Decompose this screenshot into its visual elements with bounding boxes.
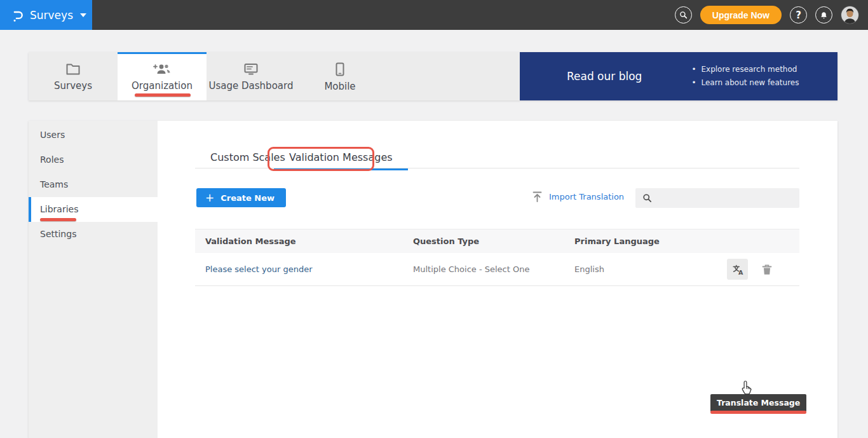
promo-bullet-list: Explore research method Learn about new … <box>691 63 799 90</box>
promo-bullet: Learn about new features <box>691 76 799 90</box>
blog-promo-banner[interactable]: Read our blog Explore research method Le… <box>520 52 837 100</box>
folder-icon <box>65 63 81 76</box>
table-row: Please select your gender Multiple Choic… <box>195 253 799 286</box>
sidebar-item-label: Users <box>40 130 65 140</box>
delete-button[interactable] <box>756 259 777 280</box>
settings-sidebar: Users Roles Teams Libraries Settings <box>29 121 158 438</box>
main-panel: Users Roles Teams Libraries Settings Cus… <box>29 121 837 438</box>
sidebar-item-label: Settings <box>40 229 76 239</box>
chevron-down-icon <box>80 13 86 17</box>
sidebar-item-users[interactable]: Users <box>29 123 158 147</box>
translate-message-tooltip: Translate Message <box>710 394 806 412</box>
nav-tab-label: Organization <box>132 80 193 92</box>
nav-tab-surveys[interactable]: Surveys <box>29 52 118 100</box>
tab-validation-messages[interactable]: Validation Messages <box>274 151 408 170</box>
create-new-button[interactable]: + Create New <box>196 188 286 207</box>
validation-message-link[interactable]: Please select your gender <box>195 264 413 274</box>
nav-tab-label: Surveys <box>54 80 92 92</box>
mobile-icon <box>335 62 345 76</box>
module-nav-bar: Surveys Organization Usage Dashboard Mob… <box>29 52 837 100</box>
import-translation-link[interactable]: Import Translation <box>532 191 624 202</box>
nav-tab-usage-dashboard[interactable]: Usage Dashboard <box>207 52 295 100</box>
column-header-question-type: Question Type <box>413 236 574 246</box>
question-type-cell: Multiple Choice - Select One <box>413 264 574 274</box>
sidebar-item-teams[interactable]: Teams <box>29 172 158 197</box>
product-menu-label: Surveys <box>30 9 73 22</box>
upgrade-now-button[interactable]: Upgrade Now <box>700 6 782 24</box>
hand-pointer-cursor <box>740 380 753 395</box>
sidebar-item-roles[interactable]: Roles <box>29 147 158 172</box>
table-header: Validation Message Question Type Primary… <box>195 229 799 253</box>
svg-text:A: A <box>738 268 743 275</box>
top-bar: Surveys Upgrade Now ? <box>0 0 868 30</box>
bell-icon <box>820 11 828 20</box>
annotation-underline-libraries <box>40 218 76 221</box>
sidebar-item-libraries[interactable]: Libraries <box>29 197 158 222</box>
sidebar-item-label: Teams <box>40 179 68 189</box>
table-search[interactable] <box>635 188 799 208</box>
import-translation-label: Import Translation <box>549 192 624 202</box>
library-tabs: Custom Scales Validation Messages <box>195 151 799 168</box>
create-new-label: Create New <box>220 193 275 203</box>
trash-icon <box>762 264 772 275</box>
tooltip-label: Translate Message <box>717 398 800 407</box>
promo-bullet: Explore research method <box>691 63 799 76</box>
column-header-primary-language: Primary Language <box>574 236 727 246</box>
search-icon <box>679 11 688 19</box>
plus-icon: + <box>205 191 214 204</box>
help-button[interactable]: ? <box>790 6 807 24</box>
libraries-content: Custom Scales Validation Messages + Crea… <box>158 121 837 438</box>
search-icon <box>642 193 652 203</box>
nav-tab-label: Usage Dashboard <box>209 80 294 92</box>
translate-icon: A <box>731 263 744 276</box>
search-button[interactable] <box>675 6 692 24</box>
column-header-validation-message: Validation Message <box>195 236 413 246</box>
sidebar-item-label: Libraries <box>40 204 78 214</box>
nav-tab-label: Mobile <box>324 81 355 92</box>
sidebar-item-label: Roles <box>40 154 64 165</box>
user-avatar[interactable] <box>841 6 859 24</box>
search-input[interactable] <box>657 193 784 203</box>
translate-message-button[interactable]: A <box>727 259 748 280</box>
add-people-icon <box>153 63 171 76</box>
notifications-button[interactable] <box>815 6 832 24</box>
upload-icon <box>532 191 542 202</box>
primary-language-cell: English <box>574 264 727 274</box>
product-menu[interactable]: Surveys <box>0 0 92 30</box>
promo-title: Read our blog <box>567 70 642 83</box>
questionpro-logo-icon <box>10 8 24 23</box>
sidebar-item-settings[interactable]: Settings <box>29 222 158 247</box>
validation-messages-table: Validation Message Question Type Primary… <box>195 229 799 286</box>
dashboard-icon <box>243 63 259 76</box>
annotation-underline-tooltip <box>710 411 806 414</box>
nav-tab-mobile[interactable]: Mobile <box>295 52 384 100</box>
toolbar: + Create New Import Translation <box>195 188 799 208</box>
question-mark-icon: ? <box>796 10 801 21</box>
nav-tab-organization[interactable]: Organization <box>118 52 207 100</box>
annotation-underline-organization <box>135 93 191 97</box>
